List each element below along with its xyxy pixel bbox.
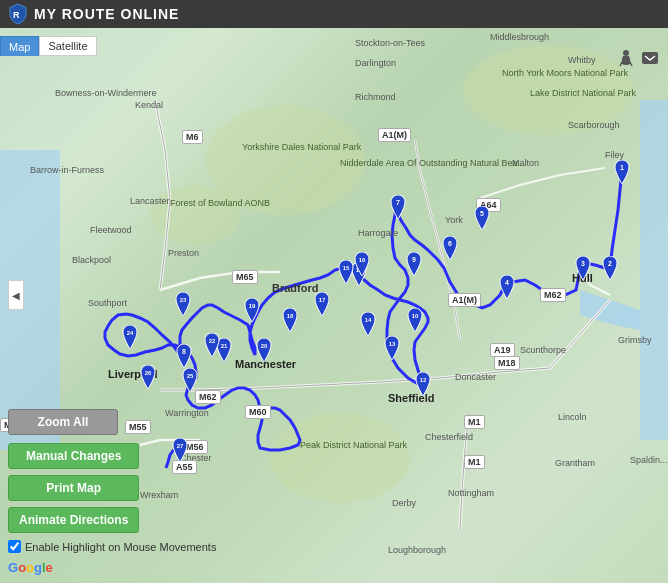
- map-type-satellite-button[interactable]: Satellite: [39, 36, 96, 56]
- marker-19: 19: [242, 298, 262, 322]
- svg-text:20: 20: [261, 343, 268, 349]
- svg-text:6: 6: [448, 240, 452, 247]
- svg-text:13: 13: [389, 341, 396, 347]
- marker-7: 7: [388, 195, 408, 219]
- svg-text:19: 19: [249, 303, 256, 309]
- svg-text:12: 12: [420, 377, 427, 383]
- marker-16: 16: [352, 252, 372, 276]
- highlight-label: Enable Highlight on Mouse Movements: [25, 541, 216, 553]
- header: R MY ROUTE ONLINE: [0, 0, 668, 28]
- svg-text:1: 1: [620, 164, 624, 171]
- marker-17: 17: [312, 292, 332, 316]
- marker-14: 14: [358, 312, 378, 336]
- svg-text:3: 3: [581, 260, 585, 267]
- svg-rect-8: [642, 52, 658, 64]
- marker-20: 20: [254, 338, 274, 362]
- animate-directions-button[interactable]: Animate Directions: [8, 507, 139, 533]
- svg-text:R: R: [13, 10, 20, 20]
- marker-4: 4: [497, 275, 517, 299]
- manual-changes-button[interactable]: Manual Changes: [8, 443, 139, 469]
- marker-8: 8: [174, 344, 194, 368]
- zoom-controls: [616, 48, 660, 68]
- svg-text:23: 23: [180, 297, 187, 303]
- svg-text:26: 26: [145, 370, 152, 376]
- bottom-controls: Manual Changes Print Map Animate Directi…: [8, 443, 139, 533]
- zoom-all-label[interactable]: Zoom All: [8, 409, 118, 435]
- map-type-map-button[interactable]: Map: [0, 36, 39, 56]
- svg-text:4: 4: [505, 279, 509, 286]
- pegman-icon[interactable]: [616, 48, 636, 68]
- map-container: R MY ROUTE ONLINE Map Satellite ◀ Havena…: [0, 0, 668, 583]
- svg-text:22: 22: [209, 338, 216, 344]
- highlight-checkbox[interactable]: [8, 540, 21, 553]
- marker-2: 2: [600, 256, 620, 280]
- svg-text:5: 5: [480, 210, 484, 217]
- svg-text:14: 14: [365, 317, 372, 323]
- svg-text:10: 10: [412, 313, 419, 319]
- svg-point-5: [150, 185, 240, 245]
- map-options-icon[interactable]: [640, 48, 660, 68]
- marker-10: 10: [405, 308, 425, 332]
- svg-point-4: [270, 413, 410, 503]
- site-title: MY ROUTE ONLINE: [34, 6, 179, 22]
- svg-text:8: 8: [182, 348, 186, 355]
- svg-rect-1: [640, 100, 668, 440]
- svg-text:25: 25: [187, 373, 194, 379]
- print-map-button[interactable]: Print Map: [8, 475, 139, 501]
- svg-text:15: 15: [343, 265, 350, 271]
- marker-13: 13: [382, 336, 402, 360]
- svg-text:2: 2: [608, 260, 612, 267]
- svg-text:18: 18: [287, 313, 294, 319]
- svg-text:27: 27: [177, 443, 184, 449]
- zoom-all-button[interactable]: Zoom All: [8, 409, 118, 435]
- svg-text:24: 24: [127, 330, 134, 336]
- highlight-checkbox-row: Enable Highlight on Mouse Movements: [8, 540, 216, 553]
- svg-text:16: 16: [359, 257, 366, 263]
- marker-12: 12: [413, 372, 433, 396]
- svg-text:9: 9: [412, 256, 416, 263]
- marker-26: 26: [138, 365, 158, 389]
- marker-18: 18: [280, 308, 300, 332]
- svg-point-3: [463, 45, 633, 135]
- marker-6: 6: [440, 236, 460, 260]
- map-type-controls: Map Satellite: [0, 36, 97, 56]
- marker-3: 3: [573, 256, 593, 280]
- marker-23: 23: [173, 292, 193, 316]
- logo-shield-icon: R: [8, 3, 28, 25]
- svg-text:7: 7: [396, 199, 400, 206]
- svg-point-7: [623, 50, 629, 56]
- google-logo: Google: [8, 560, 53, 575]
- svg-text:17: 17: [319, 297, 326, 303]
- marker-24: 24: [120, 325, 140, 349]
- marker-27: 27: [170, 438, 190, 462]
- marker-25: 25: [180, 368, 200, 392]
- marker-1: 1: [612, 160, 632, 184]
- nav-left-button[interactable]: ◀: [8, 280, 24, 310]
- marker-22: 22: [202, 333, 222, 357]
- marker-5: 5: [472, 206, 492, 230]
- marker-9: 9: [404, 252, 424, 276]
